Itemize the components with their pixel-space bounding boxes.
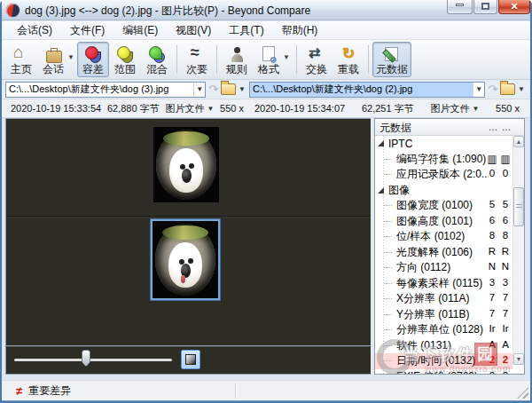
metadata-row-每像素采样 (0115)[interactable]: 每像素采样 (0115) 3 3 — [375, 276, 512, 292]
right-browse-folder-icon[interactable] — [500, 83, 515, 95]
right-file-date: 2020-10-19 15:34:07 — [254, 103, 345, 114]
left-file-date: 2020-10-19 15:33:54 — [11, 103, 101, 114]
menu-item-工具(T)[interactable]: 工具(T) — [221, 21, 271, 40]
toolbar-button-次要[interactable]: 次要 — [181, 42, 213, 77]
minimize-button[interactable] — [447, 0, 473, 14]
metadata-tree: IPTC 编码字符集 (1:090) ▥ ▥ 应用记录版本 (2:0... 0 … — [375, 136, 512, 374]
toolbar-separator — [216, 45, 217, 74]
metadata-row-分辨率单位 (0128)[interactable]: 分辨率单位 (0128) Ir Ir — [375, 322, 512, 338]
left-path-input[interactable]: C:\...\Desktop\新建文件夹\dog (3).jpg ▼ — [5, 82, 206, 98]
toolbar-button-交换[interactable]: 交换 — [301, 42, 332, 77]
toolbar-button-格式[interactable]: 格式 ▼ — [253, 42, 285, 77]
metadata-row-编码字符集 (1:090)[interactable]: 编码字符集 (1:090) ▥ ▥ — [375, 152, 512, 168]
toolbar-separator — [176, 45, 177, 74]
minimize-icon — [456, 4, 464, 6]
rules-icon — [228, 46, 246, 63]
gradient-display-mode-button[interactable] — [181, 350, 200, 369]
left-browse-dropdown-icon[interactable]: ▼ — [239, 85, 246, 93]
fisheye-photo-top — [156, 130, 216, 199]
status-text: 重要差异 — [28, 383, 71, 399]
left-file-size: 62,880 字节 — [107, 102, 160, 115]
menu-item-编辑(E)[interactable]: 编辑(E) — [114, 21, 166, 40]
right-path-text: C:\...\Desktop\新建文件夹\dog (2).jpg — [250, 82, 473, 97]
left-browse-folder-icon[interactable] — [221, 83, 236, 95]
right-file-type: 图片文件 — [430, 102, 469, 115]
pane-divider[interactable] — [6, 216, 371, 218]
right-image-pane-selected[interactable] — [151, 219, 220, 300]
metadata-row-位/样本 (0102)[interactable]: 位/样本 (0102) 8 8 — [375, 229, 512, 245]
toolbar: 主页 会话 ▼ 容差 范围 混合 次要 规则 格式 ▼ 交换 重载 — [2, 40, 530, 80]
tree-expander-icon[interactable] — [378, 140, 384, 146]
menu-item-文件(F)[interactable]: 文件(F) — [62, 21, 113, 40]
right-browse-dropdown-icon[interactable]: ▼ — [518, 85, 525, 93]
left-file-type-dropdown-icon[interactable]: ▼ — [207, 105, 214, 113]
menu-item-会话(S)[interactable]: 会话(S) — [9, 21, 60, 40]
left-file-type: 图片文件 — [165, 102, 204, 115]
metadata-icon — [383, 46, 401, 63]
metadata-scrollbar[interactable]: ▲ ▼ — [512, 136, 524, 365]
scroll-up-icon[interactable]: ▲ — [513, 136, 524, 147]
close-icon: ✕ — [499, 1, 529, 12]
metadata-row-Y分辨率 (011B)[interactable]: Y分辨率 (011B) 7 7 — [375, 307, 512, 323]
close-button[interactable]: ✕ — [498, 0, 530, 14]
toolbar-separator — [368, 45, 369, 74]
status-divider — [235, 383, 236, 399]
toolbar-button-混合[interactable]: 混合 — [141, 42, 173, 77]
dropdown-arrow-icon[interactable]: ▼ — [67, 53, 74, 61]
toolbar-button-容差[interactable]: 容差 — [77, 42, 109, 77]
metadata-row-IPTC[interactable]: IPTC — [375, 136, 512, 152]
metadata-row-图像[interactable]: 图像 — [375, 183, 512, 199]
right-path-input[interactable]: C:\...\Desktop\新建文件夹\dog (2).jpg ▼ — [249, 82, 485, 98]
format-icon — [260, 46, 278, 63]
left-file-dimensions: 550 x — [220, 103, 244, 114]
swap-icon — [308, 46, 325, 63]
scroll-down-icon[interactable]: ▼ — [513, 353, 524, 365]
metadata-row-应用记录版本 (2:0...[interactable]: 应用记录版本 (2:0... 0 0 — [375, 167, 512, 183]
title-bar: dog (3).jpg <--> dog (2).jpg - 图片比较(P) -… — [0, 0, 532, 20]
metadata-header: 元数据 ... ... — [375, 119, 524, 136]
toolbar-separator — [296, 45, 297, 74]
tolerance-slider-track[interactable] — [14, 359, 172, 361]
right-file-info: 2020-10-19 15:34:07 62,251 字节 图片文件▼ 550 … — [247, 99, 525, 117]
gradient-square-icon — [185, 354, 196, 365]
metadata-row-图像宽度 (0100)[interactable]: 图像宽度 (0100) 5 5 — [375, 198, 512, 214]
menu-item-帮助(H)[interactable]: 帮助(H) — [274, 21, 326, 40]
maximize-icon — [481, 3, 489, 10]
tolerance-slider-thumb[interactable] — [82, 350, 90, 367]
menu-item-视图(V)[interactable]: 视图(V) — [168, 21, 219, 40]
left-file-info: 2020-10-19 15:33:54 62,880 字节 图片文件▼ 550 … — [2, 99, 247, 117]
toolbar-button-主页[interactable]: 主页 — [5, 42, 37, 77]
metadata-row-图像高度 (0101)[interactable]: 图像高度 (0101) 6 6 — [375, 214, 512, 230]
file-info-row: 2020-10-19 15:33:54 62,880 字节 图片文件▼ 550 … — [2, 99, 530, 118]
range-icon — [116, 46, 134, 63]
session-icon — [44, 46, 62, 63]
toolbar-button-重载[interactable]: 重载 — [332, 42, 364, 77]
window-title: dog (3).jpg <--> dog (2).jpg - 图片比较(P) -… — [25, 4, 310, 19]
metadata-row-光度解释 (0106)[interactable]: 光度解释 (0106) R R — [375, 245, 512, 261]
maximize-button[interactable] — [473, 0, 497, 14]
menu-bar: 会话(S)文件(F)编辑(E)视图(V)工具(T)帮助(H) — [2, 21, 530, 40]
toolbar-button-规则[interactable]: 规则 — [221, 42, 253, 77]
dropdown-arrow-icon[interactable]: ▼ — [283, 53, 290, 61]
right-file-type-dropdown-icon[interactable]: ▼ — [472, 105, 479, 113]
blend-icon — [148, 46, 166, 63]
scrollbar-thumb[interactable] — [513, 187, 524, 226]
metadata-row-EXIF 偏移 (8769)[interactable]: EXIF 偏移 (8769) 2 2 — [375, 369, 512, 375]
resize-grip[interactable] — [517, 387, 528, 399]
metadata-row-软件 (0131)[interactable]: 软件 (0131) A A — [375, 338, 512, 354]
status-bar: ≠ 重要差异 — [2, 380, 530, 400]
fisheye-photo-bottom — [155, 224, 215, 295]
left-image-pane[interactable] — [153, 127, 219, 202]
toolbar-button-元数据[interactable]: 元数据 — [372, 42, 411, 77]
left-path-dropdown-icon[interactable]: ▼ — [193, 83, 205, 97]
right-path-dropdown-icon[interactable]: ▼ — [473, 83, 484, 97]
tree-expander-icon[interactable] — [378, 187, 384, 194]
toolbar-button-范围[interactable]: 范围 — [109, 42, 141, 77]
metadata-row-日期/时间 (0132)[interactable]: 日期/时间 (0132) 2 2 — [375, 353, 512, 369]
toolbar-button-会话[interactable]: 会话 ▼ — [37, 42, 69, 77]
metadata-row-方向 (0112)[interactable]: 方向 (0112) N N — [375, 260, 512, 276]
app-logo-icon — [6, 4, 20, 17]
metadata-column-left: ... — [487, 121, 499, 133]
metadata-column-right: ... — [500, 121, 512, 133]
metadata-row-X分辨率 (011A)[interactable]: X分辨率 (011A) 7 7 — [375, 291, 512, 307]
